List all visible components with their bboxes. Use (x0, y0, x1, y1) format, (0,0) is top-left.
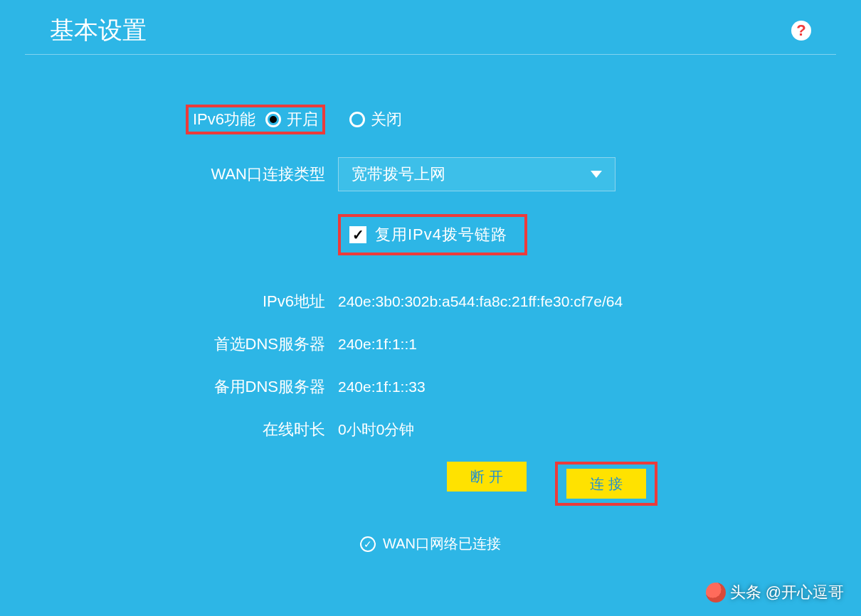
primary-dns-row: 首选DNS服务器 240e:1f:1::1 (0, 334, 861, 355)
connect-button[interactable]: 连接 (566, 469, 646, 499)
disconnect-button[interactable]: 断开 (447, 462, 527, 492)
ipv6-off-label: 关闭 (371, 109, 402, 130)
wan-status-text: WAN口网络已连接 (383, 534, 501, 553)
watermark: 头条 @开心逗哥 (706, 582, 844, 603)
ipv6-on-radio[interactable]: 开启 (265, 109, 318, 130)
secondary-dns-value: 240e:1f:1::33 (338, 378, 426, 395)
ipv6-address-row: IPv6地址 240e:3b0:302b:a544:fa8c:21ff:fe30… (0, 291, 861, 312)
chevron-down-icon (591, 171, 602, 178)
help-icon[interactable]: ? (791, 21, 811, 41)
check-icon: ✓ (352, 228, 364, 242)
wan-type-row: WAN口连接类型 宽带拨号上网 (0, 157, 861, 191)
wan-type-value: 宽带拨号上网 (352, 164, 445, 185)
secondary-dns-row: 备用DNS服务器 240e:1f:1::33 (0, 376, 861, 398)
reuse-ipv4-checkbox[interactable]: ✓ (349, 226, 366, 243)
page-title: 基本设置 (50, 14, 147, 47)
page-header: 基本设置 ? (25, 0, 836, 55)
status-check-icon: ✓ (360, 536, 376, 552)
ipv6-feature-label: IPv6功能 (193, 109, 255, 130)
watermark-text: 头条 @开心逗哥 (730, 582, 844, 603)
watermark-logo-icon (706, 583, 726, 602)
form-area: IPv6功能 开启 关闭 WAN口连接类型 宽带拨号上网 (0, 55, 861, 553)
wan-type-select[interactable]: 宽带拨号上网 (338, 157, 616, 191)
primary-dns-label: 首选DNS服务器 (0, 334, 338, 355)
ipv6-address-value: 240e:3b0:302b:a544:fa8c:21ff:fe30:cf7e/6… (338, 293, 623, 310)
ipv6-on-label: 开启 (287, 109, 318, 130)
reuse-ipv4-highlight: ✓ 复用IPv4拨号链路 (338, 214, 527, 255)
ipv6-off-radio[interactable]: 关闭 (349, 109, 402, 130)
reuse-ipv4-row: ✓ 复用IPv4拨号链路 (338, 214, 861, 255)
ipv6-address-label: IPv6地址 (0, 291, 338, 312)
radio-icon (349, 112, 365, 127)
online-time-label: 在线时长 (0, 419, 338, 440)
ipv6-feature-highlight: IPv6功能 开启 (186, 105, 325, 134)
wan-type-label: WAN口连接类型 (0, 164, 338, 185)
radio-icon (265, 112, 281, 127)
primary-dns-value: 240e:1f:1::1 (338, 336, 417, 353)
secondary-dns-label: 备用DNS服务器 (0, 376, 338, 398)
wan-status-row: ✓ WAN口网络已连接 (0, 534, 861, 553)
online-time-value: 0小时0分钟 (338, 420, 414, 440)
action-buttons: 断开 连接 (447, 462, 861, 506)
ipv6-feature-row: IPv6功能 开启 关闭 (0, 105, 861, 134)
online-time-row: 在线时长 0小时0分钟 (0, 419, 861, 440)
reuse-ipv4-label: 复用IPv4拨号链路 (375, 224, 507, 245)
connect-highlight: 连接 (555, 462, 657, 506)
